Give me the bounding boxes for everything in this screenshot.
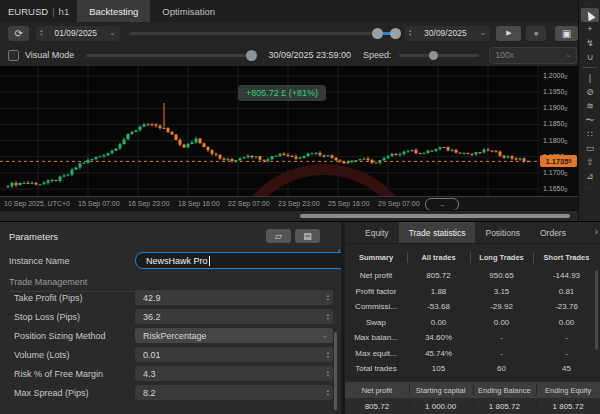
chevron-down-icon[interactable]: ⌄	[480, 30, 487, 36]
visual-mode-checkbox[interactable]	[8, 50, 19, 61]
table-row[interactable]: Swap0.000.000.00	[345, 315, 600, 331]
row-value: 0.00	[533, 315, 600, 331]
load-preset-button[interactable]: ▱	[266, 229, 291, 243]
measure-tool-button[interactable]: ⊿	[581, 169, 599, 183]
speed-slider[interactable]	[399, 54, 479, 57]
summary-footer-values: 805.721 000.001 805.721 805.72	[345, 398, 600, 414]
fibonacci-tool-button[interactable]: ≋	[581, 99, 599, 113]
param-input-1[interactable]: 36.2▴▾	[135, 309, 333, 324]
pattern-tool-button[interactable]: ∷	[581, 127, 599, 141]
parameters-scrollbar[interactable]	[334, 332, 337, 410]
time-axis-label: 16 Sep 23:00	[128, 200, 170, 207]
pattern-icon: ∷	[587, 129, 593, 139]
tab-backtesting[interactable]: Backtesting	[77, 0, 150, 22]
tabs-scroll-right[interactable]: ›	[595, 226, 598, 237]
rectangle-icon: ▭	[586, 143, 595, 153]
time-axis[interactable]: → 10 Sep 2025, UTC+015 Sep 07:0016 Sep 2…	[0, 196, 578, 211]
table-row[interactable]: Commissi...-53.68-29.92-23.76	[345, 299, 600, 315]
column-header-0[interactable]: Summary	[345, 249, 407, 266]
table-row[interactable]: Max balan...34.60%--	[345, 330, 600, 346]
price-axis[interactable]: 1.200001.195001.190001.185001.180001.175…	[540, 66, 578, 196]
more-icon: ···	[586, 183, 595, 191]
instance-name-input[interactable]: NewsHawk Pro	[135, 252, 341, 269]
number-spinner-icon[interactable]: ▴▾	[327, 313, 333, 321]
number-spinner-icon[interactable]: ▴▾	[327, 370, 333, 378]
param-value-2: RiskPercentage	[135, 331, 321, 341]
play-button[interactable]: ▶	[496, 26, 521, 41]
symbol-box[interactable]: EURUSD | h1	[0, 0, 77, 22]
speed-select[interactable]: 100x ⌄	[489, 47, 577, 64]
brush-tool-button[interactable]: 〜	[581, 113, 599, 127]
param-label-4: Risk % of Free Margin	[14, 369, 103, 379]
column-header-2[interactable]: Long Trades	[470, 249, 533, 266]
cursor-tool-button[interactable]	[581, 8, 599, 22]
save-button[interactable]: ▣	[555, 26, 578, 41]
quick-trade-tool-button[interactable]: ↯	[581, 36, 599, 50]
start-date-input[interactable]: ▴▾ 01/09/2025 ⌄	[36, 26, 119, 41]
play-icon: ▶	[506, 29, 511, 37]
date-range-slider[interactable]	[130, 32, 393, 35]
table-row[interactable]: Net profit805.72950.65-144.93	[345, 268, 600, 284]
progress-handle[interactable]	[246, 50, 257, 61]
column-header-3[interactable]: Short Trades	[533, 249, 600, 266]
stop-button[interactable]: ■	[526, 26, 545, 41]
tab-positions[interactable]: Positions	[475, 222, 530, 243]
equity-profit-badge: +805.72 £ (+81%)	[238, 85, 326, 101]
number-spinner-icon[interactable]: ▴▾	[327, 294, 333, 302]
ellipse-tool-button[interactable]: ⊘	[581, 85, 599, 99]
instance-name-label: Instance Name	[9, 256, 70, 266]
ellipse-icon: ⊘	[586, 87, 594, 97]
crosshair-tool-button[interactable]: +	[581, 22, 599, 36]
price-axis-label: 1.16500	[543, 185, 567, 193]
statistics-scrollbar[interactable]	[595, 270, 598, 350]
tab-orders[interactable]: Orders	[530, 222, 576, 243]
param-input-0[interactable]: 42.9▴▾	[135, 290, 333, 305]
time-axis-label: 10 Sep 2025, UTC+0	[4, 200, 70, 207]
backtesting-window: EURUSD | h1 Backtesting Optimisation ⟳ ▴…	[0, 0, 600, 414]
footer-label-1: Starting capital	[409, 382, 473, 398]
param-input-5[interactable]: 8.2▴▾	[135, 385, 333, 400]
row-value: 45	[533, 361, 600, 377]
row-value: -29.92	[470, 299, 533, 315]
chevron-down-icon[interactable]: ⌄	[109, 30, 116, 36]
time-axis-label: 22 Sep 07:00	[228, 200, 270, 207]
arrow-up-tool-button[interactable]: ⇧	[581, 155, 599, 169]
tab-trade-statistics[interactable]: Trade statistics	[399, 222, 476, 243]
table-row[interactable]: Profit factor1.883.150.81	[345, 284, 600, 300]
price-axis-label: 1.18500	[543, 120, 567, 128]
chart-area[interactable]: +805.72 £ (+81%)	[0, 66, 540, 196]
speed-handle[interactable]	[429, 51, 438, 60]
param-input-3[interactable]: 0.01▴▾	[135, 347, 333, 362]
collapse-icon[interactable]: ‹	[338, 246, 341, 255]
magnet-tool-button[interactable]: ∪	[581, 50, 599, 64]
chart-scrollbar-thumb[interactable]	[300, 214, 570, 218]
preset-list-button[interactable]: ▤	[295, 229, 320, 243]
row-label: Swap	[345, 315, 407, 331]
row-value: -	[470, 346, 533, 362]
column-header-1[interactable]: All trades	[407, 249, 470, 266]
date-spinner-icon[interactable]: ▴▾	[409, 29, 411, 37]
date-spinner-icon[interactable]: ▴▾	[40, 29, 42, 37]
parameters-title: Parameters	[9, 231, 58, 242]
price-axis-label: 1.19500	[543, 88, 567, 96]
footer-value-1: 1 000.00	[409, 398, 473, 414]
param-input-4[interactable]: 4.3▴▾	[135, 366, 333, 381]
range-start-handle[interactable]	[372, 28, 383, 39]
table-row[interactable]: Total trades1056045	[345, 361, 600, 377]
tab-equity[interactable]: Equity	[355, 222, 399, 243]
end-date-input[interactable]: ▴▾ 30/09/2025 ⌄	[405, 26, 490, 41]
number-spinner-icon[interactable]: ▴▾	[327, 389, 333, 397]
param-select-2[interactable]: RiskPercentage⌄	[135, 328, 333, 343]
vertical-line-tool-button[interactable]: |	[581, 71, 599, 85]
number-spinner-icon[interactable]: ▴▾	[327, 351, 333, 359]
rectangle-tool-button[interactable]: ▭	[581, 141, 599, 155]
range-end-handle[interactable]	[390, 28, 401, 39]
instance-name-value: NewsHawk Pro	[146, 256, 208, 266]
progress-slider[interactable]	[86, 54, 254, 57]
table-row[interactable]: Max equit...45.74%--	[345, 346, 600, 362]
param-value-0: 42.9	[135, 293, 327, 303]
reset-backtest-button[interactable]: ⟳	[8, 26, 29, 41]
row-value: 105	[407, 361, 470, 377]
tab-optimisation[interactable]: Optimisation	[150, 0, 227, 22]
row-label: Commissi...	[345, 299, 407, 315]
